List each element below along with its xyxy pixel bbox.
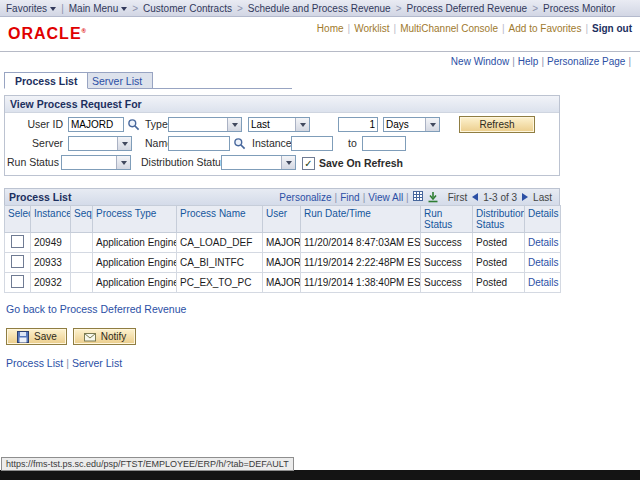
save-button[interactable]: Save bbox=[6, 328, 67, 345]
separator: | bbox=[628, 56, 631, 67]
dropdown-arrow-icon bbox=[295, 118, 309, 131]
personalize-link[interactable]: Personalize bbox=[279, 192, 331, 203]
page-toolbar: New Window|Help|Personalize Page| bbox=[0, 52, 640, 68]
process-type-cell: Application Engine bbox=[93, 233, 177, 253]
new-window-link[interactable]: New Window bbox=[451, 56, 509, 67]
add-to-favorites-link[interactable]: Add to Favorites bbox=[509, 23, 582, 34]
instance-cell: 20932 bbox=[31, 273, 71, 293]
breadcrumb-customer-contracts[interactable]: Customer Contracts bbox=[143, 3, 232, 14]
process-name-cell: CA_BI_INTFC bbox=[177, 253, 263, 273]
seq-cell bbox=[71, 273, 93, 293]
run-status-select[interactable] bbox=[61, 155, 131, 170]
tab-server-list[interactable]: Server List bbox=[81, 72, 153, 89]
col-run-datetime: Run Date/Time bbox=[301, 206, 421, 233]
user-id-lookup-icon[interactable] bbox=[127, 118, 140, 131]
server-label: Server bbox=[5, 136, 63, 151]
breadcrumb-schedule-process-revenue[interactable]: Schedule and Process Revenue bbox=[248, 3, 391, 14]
last-number-input[interactable] bbox=[338, 117, 378, 132]
home-link[interactable]: Home bbox=[317, 23, 344, 34]
registered-mark: ® bbox=[82, 28, 86, 34]
details-link[interactable]: Details bbox=[528, 257, 559, 268]
worklist-link[interactable]: Worklist bbox=[354, 23, 389, 34]
breadcrumb-process-deferred-revenue[interactable]: Process Deferred Revenue bbox=[407, 3, 528, 14]
last-label[interactable]: Last bbox=[533, 192, 552, 203]
notify-button[interactable]: Notify bbox=[73, 328, 137, 345]
favorites-menu[interactable]: Favorites bbox=[6, 3, 56, 14]
refresh-button[interactable]: Refresh bbox=[459, 116, 535, 133]
run-datetime-cell: 11/19/2014 1:38:40PM EST bbox=[301, 273, 421, 293]
last-select-value: Last bbox=[251, 119, 295, 130]
type-select[interactable] bbox=[168, 117, 242, 132]
server-list-bottom-link[interactable]: Server List bbox=[72, 357, 122, 369]
filter-form: User ID Type Last Days Refresh Server Na… bbox=[5, 113, 559, 175]
breadcrumb-process-monitor[interactable]: Process Monitor bbox=[543, 3, 615, 14]
main-menu-label: Main Menu bbox=[69, 3, 118, 14]
notify-envelope-icon bbox=[84, 331, 96, 343]
view-process-request-groupbox: View Process Request For User ID Type La… bbox=[4, 95, 560, 176]
select-cell bbox=[5, 273, 31, 293]
user-id-input[interactable] bbox=[68, 117, 124, 132]
grid-title: Process List bbox=[9, 191, 71, 203]
oracle-logo-text: ORACLE bbox=[8, 25, 82, 42]
separator: | bbox=[61, 3, 64, 14]
select-cell bbox=[5, 253, 31, 273]
distribution-status-label: Distribution Status bbox=[141, 155, 226, 170]
go-back-link[interactable]: Go back to Process Deferred Revenue bbox=[6, 303, 186, 315]
find-link[interactable]: Find bbox=[340, 192, 359, 203]
table-header-row: Select Instance Seq. Process Type Proces… bbox=[5, 206, 561, 233]
save-disk-icon bbox=[17, 331, 29, 343]
save-on-refresh-checkbox[interactable]: ✓ bbox=[302, 157, 315, 170]
col-user: User bbox=[263, 206, 301, 233]
groupbox-title: View Process Request For bbox=[5, 96, 559, 113]
table-row: 20949 Application Engine CA_LOAD_DEF MAJ… bbox=[5, 233, 561, 253]
days-select-value: Days bbox=[386, 119, 425, 130]
run-status-cell: Success bbox=[421, 253, 473, 273]
next-page-icon[interactable] bbox=[522, 193, 528, 201]
run-status-label: Run Status bbox=[7, 155, 59, 170]
days-select[interactable]: Days bbox=[383, 117, 440, 132]
tab-process-list[interactable]: Process List bbox=[4, 72, 88, 89]
sign-out-link[interactable]: Sign out bbox=[592, 23, 632, 34]
user-cell: MAJORD bbox=[263, 253, 301, 273]
details-cell: Details bbox=[525, 273, 561, 293]
name-input[interactable] bbox=[168, 136, 230, 151]
zoom-grid-icon[interactable] bbox=[413, 191, 425, 203]
to-label: to bbox=[348, 136, 357, 151]
page-content: View Process Request For User ID Type La… bbox=[0, 95, 640, 369]
row-checkbox[interactable] bbox=[11, 275, 24, 288]
row-checkbox[interactable] bbox=[11, 235, 24, 248]
dropdown-arrow-icon bbox=[281, 156, 295, 169]
first-label[interactable]: First bbox=[448, 192, 467, 203]
table-row: 20933 Application Engine CA_BI_INTFC MAJ… bbox=[5, 253, 561, 273]
grid-titlebar: Process List Personalize|Find|View All| … bbox=[4, 188, 560, 205]
run-status-cell: Success bbox=[421, 233, 473, 253]
distribution-status-select[interactable] bbox=[221, 155, 296, 170]
separator: | bbox=[348, 23, 351, 34]
view-all-link[interactable]: View All bbox=[368, 192, 403, 203]
bottom-black-bar bbox=[0, 470, 640, 480]
instance-from-input[interactable] bbox=[291, 136, 333, 151]
details-link[interactable]: Details bbox=[528, 237, 559, 248]
process-name-cell: PC_EX_TO_PC bbox=[177, 273, 263, 293]
help-link[interactable]: Help bbox=[518, 56, 539, 67]
personalize-page-link[interactable]: Personalize Page bbox=[547, 56, 625, 67]
separator: | bbox=[541, 56, 544, 67]
details-link[interactable]: Details bbox=[528, 277, 559, 288]
table-row: 20932 Application Engine PC_EX_TO_PC MAJ… bbox=[5, 273, 561, 293]
row-checkbox[interactable] bbox=[11, 255, 24, 268]
download-icon[interactable] bbox=[427, 191, 439, 203]
last-select[interactable]: Last bbox=[248, 117, 310, 132]
server-select[interactable] bbox=[68, 136, 132, 151]
status-url-tooltip: https://fms-tst.ps.sc.edu/psp/FTST/EMPLO… bbox=[1, 457, 294, 471]
instance-to-input[interactable] bbox=[362, 136, 406, 151]
main-menu[interactable]: Main Menu bbox=[69, 3, 127, 14]
col-process-type: Process Type bbox=[93, 206, 177, 233]
multichannel-console-link[interactable]: MultiChannel Console bbox=[400, 23, 498, 34]
previous-page-icon[interactable] bbox=[472, 193, 478, 201]
name-lookup-icon[interactable] bbox=[233, 137, 246, 150]
seq-cell bbox=[71, 253, 93, 273]
process-list-bottom-link[interactable]: Process List bbox=[6, 357, 63, 369]
process-list-grid: Process List Personalize|Find|View All| … bbox=[4, 188, 560, 293]
details-cell: Details bbox=[525, 253, 561, 273]
banner-links: Home|Worklist|MultiChannel Console|Add t… bbox=[317, 23, 632, 34]
